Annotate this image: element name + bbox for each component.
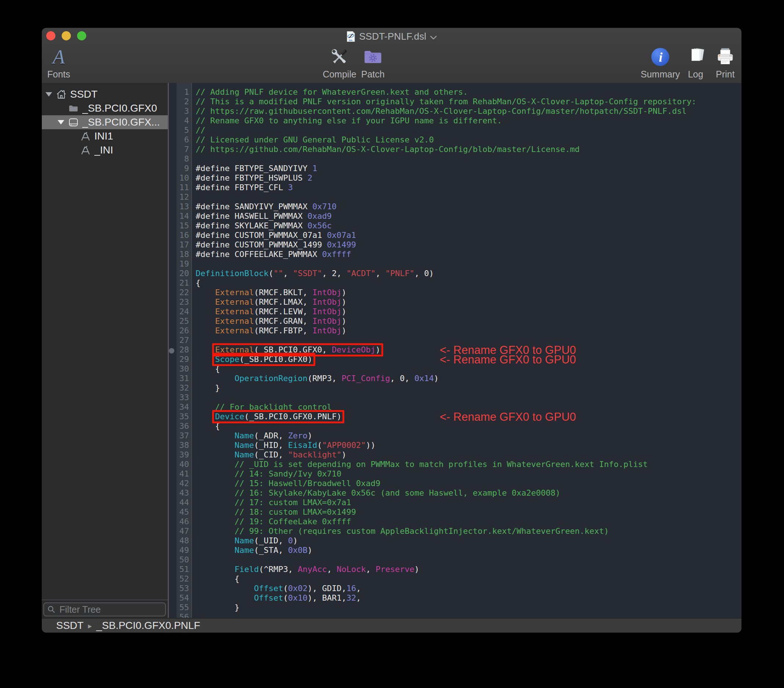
folder-icon: [68, 103, 79, 114]
fonts-label: Fonts: [47, 69, 71, 80]
line-number: 33: [176, 393, 189, 403]
code-line: Offset(0x02), GDID,16,: [196, 584, 741, 593]
info-icon: i: [650, 46, 670, 68]
sidebar-item-label: INI1: [94, 130, 113, 142]
line-number: 12: [176, 192, 189, 202]
window-title-text: SSDT-PNLF.dsl: [359, 31, 426, 42]
sidebar-item-sb-pci0-gfx0-pnlf[interactable]: _SB.PCI0.GFX...: [42, 115, 168, 129]
code-line: Name(_UID, 0): [196, 536, 741, 546]
code-line: #define FBTYPE_HSWPLUS 2: [196, 173, 741, 183]
line-number: 37: [176, 431, 189, 441]
chevron-down-icon[interactable]: [430, 35, 437, 40]
code-line: External(RMCF.BKLT, IntObj): [196, 288, 741, 297]
code-line: OperationRegion(RMP3, PCI_Config, 0, 0x1…: [196, 374, 741, 383]
line-number: 48: [176, 536, 189, 546]
code-line: {: [196, 574, 741, 584]
line-number: 41: [176, 469, 189, 479]
line-number: 30: [176, 364, 189, 374]
print-label: Print: [716, 69, 735, 80]
line-number: 42: [176, 479, 189, 488]
sidebar: SSDT_SB.PCI0.GFX0_SB.PCI0.GFX...INI1_INI: [42, 83, 168, 619]
line-number: 51: [176, 565, 189, 574]
drive-icon: [68, 117, 79, 128]
traffic-lights: [46, 31, 86, 40]
line-number: 1: [176, 87, 189, 97]
disclosure-triangle-icon[interactable]: [46, 92, 56, 97]
line-number: 5: [176, 125, 189, 135]
code-line: // 14: Sandy/Ivy 0x710: [196, 469, 741, 479]
code-line: Name(_CID, "backlight"): [196, 450, 741, 460]
sidebar-item-label: _INI: [94, 144, 113, 156]
line-number: 29: [176, 355, 189, 364]
code-line: // 99: Other (requires custom AppleBackl…: [196, 526, 741, 536]
code-line: }: [196, 383, 741, 393]
code-line: // This is a modified PNLF version origi…: [196, 97, 741, 106]
ssdt-tree: SSDT_SB.PCI0.GFX0_SB.PCI0.GFX...INI1_INI: [42, 83, 168, 157]
sidebar-item-ssdt[interactable]: SSDT: [42, 87, 168, 101]
method-icon: [80, 131, 91, 142]
line-number: 39: [176, 450, 189, 460]
code-line: [196, 154, 741, 164]
line-number: 24: [176, 307, 189, 317]
line-number: 38: [176, 441, 189, 450]
line-number: 25: [176, 317, 189, 326]
line-number: 26: [176, 326, 189, 335]
code-line: Name(_STA, 0x0B): [196, 546, 741, 555]
svg-text:i: i: [659, 50, 662, 64]
sidebar-item-ini[interactable]: _INI: [42, 143, 168, 157]
method-icon: [80, 145, 91, 156]
disclosure-triangle-icon[interactable]: [58, 120, 68, 124]
code-line: DefinitionBlock("", "SSDT", 2, "ACDT", "…: [196, 269, 741, 278]
line-number: 18: [176, 250, 189, 259]
filter-tree-input[interactable]: [59, 604, 165, 615]
code-line: [196, 555, 741, 565]
close-button[interactable]: [46, 31, 55, 40]
code-line: #define CUSTOM_PWMMAX_1499 0x1499: [196, 240, 741, 250]
code-line: #define HASWELL_PWMMAX 0xad9: [196, 211, 741, 221]
line-number: 43: [176, 488, 189, 498]
line-number: 27: [176, 335, 189, 345]
code-line: [196, 259, 741, 269]
breadcrumb-root: SSDT: [56, 620, 84, 632]
line-number: 49: [176, 546, 189, 555]
line-number: 50: [176, 555, 189, 565]
code-line: #define FBTYPE_CFL 3: [196, 183, 741, 192]
maciasl-window: DSL SSDT-PNLF.dsl A Fonts: [42, 28, 741, 633]
code-editor[interactable]: 1234567891011121314151617181920212223242…: [169, 83, 741, 619]
sidebar-item-sb-pci0-gfx0[interactable]: _SB.PCI0.GFX0: [42, 101, 168, 115]
code-line: }: [196, 603, 741, 612]
window-title[interactable]: DSL SSDT-PNLF.dsl: [346, 28, 437, 45]
line-number: 14: [176, 211, 189, 221]
rename-annotation: <- Rename GFX0 to GPU0: [440, 411, 576, 422]
splitter-handle-dot[interactable]: [169, 348, 175, 353]
desktop: { "window": { "title": "SSDT-PNLF.dsl" }…: [0, 0, 784, 688]
sidebar-item-ini1[interactable]: INI1: [42, 129, 168, 143]
patch-folder-icon: [362, 46, 384, 68]
print-button[interactable]: Print: [698, 46, 741, 80]
line-number: 15: [176, 221, 189, 231]
code-line: #define CUSTOM_PWMMAX_07a1 0x07a1: [196, 231, 741, 240]
sidebar-item-label: _SB.PCI0.GFX0: [82, 102, 157, 114]
fullscreen-button[interactable]: [77, 31, 86, 40]
code-line: // https://github.com/RehabMan/OS-X-Clov…: [196, 145, 741, 154]
minimize-button[interactable]: [62, 31, 71, 40]
line-number: 53: [176, 584, 189, 593]
sidebar-divider-line: [42, 599, 168, 600]
line-number: 10: [176, 173, 189, 183]
line-number: 4: [176, 116, 189, 125]
line-number: 13: [176, 202, 189, 211]
line-number: 7: [176, 145, 189, 154]
line-number: 21: [176, 278, 189, 288]
line-number: 54: [176, 593, 189, 603]
code-line: // Rename GFX0 to anything else if your …: [196, 116, 741, 125]
svg-text:DSL: DSL: [349, 39, 353, 41]
fonts-button[interactable]: A Fonts: [42, 46, 86, 80]
code-line: Name(_ADR, Zero): [196, 431, 741, 441]
patch-button[interactable]: Patch: [345, 46, 400, 80]
line-number: 45: [176, 507, 189, 517]
code-line: #define COFFEELAKE_PWMMAX 0xffff: [196, 250, 741, 259]
code-line: #define FBTYPE_SANDYIVY 1: [196, 164, 741, 173]
line-number: 20: [176, 269, 189, 278]
dsl-document-icon: DSL: [346, 31, 355, 42]
line-number: 19: [176, 259, 189, 269]
